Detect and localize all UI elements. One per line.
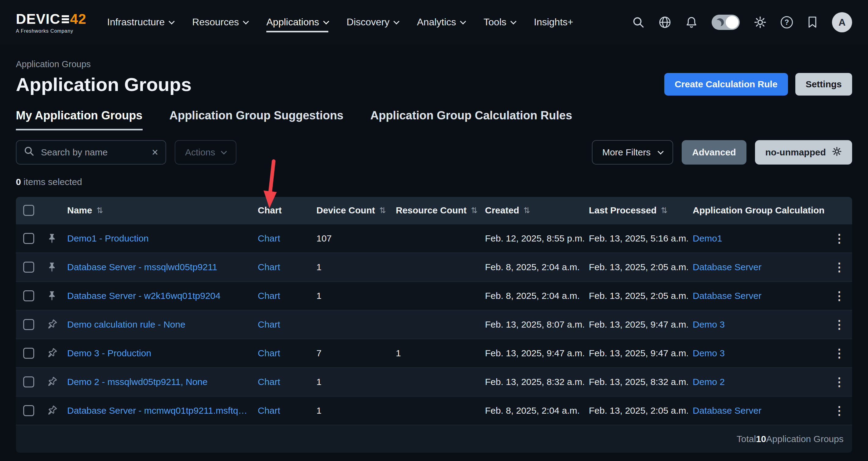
nav-item-infrastructure[interactable]: Infrastructure — [107, 12, 174, 32]
created-value: Feb. 8, 2025, 2:04 a.m. — [480, 253, 584, 281]
group-name-link[interactable]: Demo calculation rule - None — [67, 319, 185, 330]
calculation-rule-link[interactable]: Database Server — [693, 405, 762, 416]
device42-logo[interactable]: DEVIC 42 A Freshworks Company — [16, 11, 87, 34]
row-checkbox[interactable] — [23, 262, 34, 273]
chart-link[interactable]: Chart — [258, 405, 280, 416]
column-header-name[interactable]: Name⇅ — [62, 197, 253, 224]
bell-icon[interactable] — [685, 16, 698, 29]
chevron-down-icon — [323, 18, 329, 25]
row-menu-icon[interactable]: ⋮ — [834, 260, 845, 274]
group-name-link[interactable]: Demo 2 - mssqlwd05tp9211, None — [67, 377, 208, 387]
unpin-icon[interactable] — [44, 403, 59, 418]
tab-my-application-groups[interactable]: My Application Groups — [16, 109, 143, 130]
advanced-button[interactable]: Advanced — [682, 140, 746, 165]
last-processed-value: Feb. 13, 2025, 2:05 a.m. — [584, 282, 688, 310]
group-name-link[interactable]: Database Server - w2k16wq01tp9204 — [67, 291, 220, 301]
sort-icon[interactable]: ⇅ — [524, 206, 530, 215]
unpin-icon[interactable] — [44, 346, 59, 361]
table-row: Demo1 - Production Chart 107 Feb. 12, 20… — [16, 224, 852, 253]
globe-icon[interactable] — [658, 16, 671, 29]
gear-icon[interactable] — [754, 16, 767, 29]
saved-filter-button[interactable]: no-unmapped — [755, 140, 852, 165]
row-menu-icon[interactable]: ⋮ — [834, 375, 845, 389]
column-header-created[interactable]: Created⇅ — [480, 197, 584, 224]
tab-application-group-calculation-rules[interactable]: Application Group Calculation Rules — [370, 109, 572, 130]
row-checkbox[interactable] — [23, 348, 34, 359]
pin-icon[interactable] — [47, 233, 57, 243]
search-input[interactable] — [40, 146, 146, 158]
column-header-device-count[interactable]: Device Count⇅ — [312, 197, 391, 224]
nav-item-insights-plus[interactable]: Insights+ — [534, 12, 573, 32]
toggle-knob — [726, 16, 739, 29]
last-processed-value: Feb. 13, 2025, 9:47 a.m. — [584, 339, 688, 367]
unpin-icon[interactable] — [44, 317, 59, 332]
breadcrumb[interactable]: Application Groups — [16, 59, 852, 69]
table-footer: Total 10 Application Groups — [16, 425, 852, 453]
column-header-resource-count[interactable]: Resource Count⇅ — [391, 197, 480, 224]
sort-icon[interactable]: ⇅ — [661, 206, 668, 215]
row-checkbox[interactable] — [23, 319, 34, 330]
logo-text-devic: DEVIC — [16, 11, 60, 27]
calculation-rule-link[interactable]: Demo 3 — [693, 319, 725, 330]
select-all-checkbox[interactable] — [23, 205, 34, 216]
page-title: Application Groups — [16, 73, 191, 95]
chart-link[interactable]: Chart — [258, 233, 280, 243]
settings-button[interactable]: Settings — [795, 73, 852, 96]
row-menu-icon[interactable]: ⋮ — [834, 318, 845, 331]
clear-search-icon[interactable]: × — [152, 147, 158, 158]
row-menu-icon[interactable]: ⋮ — [834, 232, 845, 245]
tab-bar: My Application Groups Application Group … — [16, 109, 852, 130]
search-icon — [24, 146, 34, 159]
created-value: Feb. 13, 2025, 8:32 a.m. — [480, 368, 584, 396]
row-menu-icon[interactable]: ⋮ — [834, 404, 845, 417]
created-value: Feb. 13, 2025, 9:47 a.m. — [480, 339, 584, 367]
group-name-link[interactable]: Database Server - mssqlwd05tp9211 — [67, 262, 217, 272]
row-menu-icon[interactable]: ⋮ — [834, 289, 845, 302]
chart-link[interactable]: Chart — [258, 348, 280, 358]
sort-icon[interactable]: ⇅ — [379, 206, 386, 215]
unpin-icon[interactable] — [44, 374, 59, 389]
row-checkbox[interactable] — [23, 290, 34, 301]
calculation-rule-link[interactable]: Database Server — [693, 262, 762, 272]
row-menu-icon[interactable]: ⋮ — [834, 347, 845, 360]
calculation-rule-link[interactable]: Demo 2 — [693, 377, 725, 387]
created-value: Feb. 8, 2025, 2:04 a.m. — [480, 282, 584, 310]
chart-link[interactable]: Chart — [258, 319, 280, 330]
bookmark-icon[interactable] — [807, 16, 818, 28]
nav-item-tools[interactable]: Tools — [484, 12, 516, 32]
chart-link[interactable]: Chart — [258, 262, 280, 272]
nav-item-analytics[interactable]: Analytics — [417, 12, 465, 32]
calculation-rule-link[interactable]: Demo 3 — [693, 348, 725, 358]
resource-count-value — [391, 310, 480, 338]
help-icon[interactable]: ? — [781, 16, 793, 28]
nav-item-discovery[interactable]: Discovery — [347, 12, 399, 32]
chart-link[interactable]: Chart — [258, 291, 280, 301]
chart-link[interactable]: Chart — [258, 377, 280, 387]
calculation-rule-link[interactable]: Database Server — [693, 291, 762, 301]
theme-toggle[interactable] — [712, 15, 740, 30]
sort-icon[interactable]: ⇅ — [96, 206, 103, 215]
group-name-link[interactable]: Demo1 - Production — [67, 233, 149, 243]
column-header-last-processed[interactable]: Last Processed⇅ — [584, 197, 688, 224]
sort-icon[interactable]: ⇅ — [471, 206, 478, 215]
create-calculation-rule-button[interactable]: Create Calculation Rule — [664, 73, 788, 96]
tab-application-group-suggestions[interactable]: Application Group Suggestions — [169, 109, 344, 130]
search-icon[interactable] — [632, 16, 645, 28]
group-name-link[interactable]: Database Server - mcmwq01tp9211.msftqa.p… — [67, 405, 248, 416]
nav-item-resources[interactable]: Resources — [192, 12, 248, 32]
user-avatar[interactable]: A — [832, 12, 852, 32]
calculation-rule-link[interactable]: Demo1 — [693, 233, 722, 243]
logo-subtitle: A Freshworks Company — [16, 28, 87, 34]
search-box[interactable]: × — [16, 140, 166, 165]
pin-icon[interactable] — [47, 291, 57, 301]
pin-icon[interactable] — [47, 262, 57, 272]
nav-item-applications[interactable]: Applications — [266, 12, 328, 32]
nav-utilities: ? A — [632, 12, 852, 32]
table-body: Demo1 - Production Chart 107 Feb. 12, 20… — [16, 224, 852, 425]
group-name-link[interactable]: Demo 3 - Production — [67, 348, 151, 358]
row-checkbox[interactable] — [23, 405, 34, 416]
actions-dropdown[interactable]: Actions — [175, 140, 237, 165]
more-filters-dropdown[interactable]: More Filters — [592, 140, 673, 165]
row-checkbox[interactable] — [23, 233, 34, 244]
row-checkbox[interactable] — [23, 376, 34, 388]
